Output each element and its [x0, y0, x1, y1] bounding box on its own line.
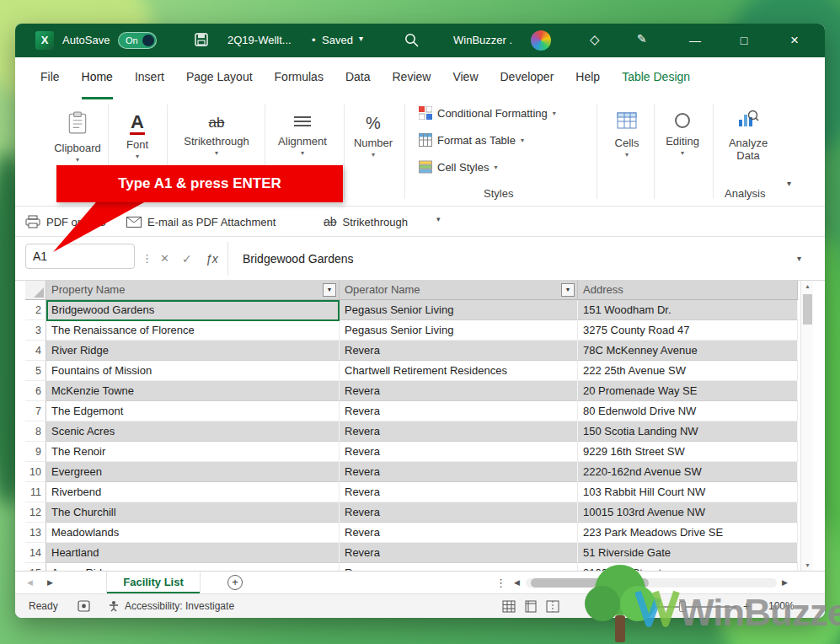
- cell-address[interactable]: 9229 16th Street SW: [578, 442, 798, 462]
- enter-check-icon[interactable]: ✓: [182, 237, 192, 281]
- view-page-layout-icon[interactable]: [524, 600, 538, 616]
- zoom-slider-knob[interactable]: [679, 601, 686, 612]
- new-sheet-button[interactable]: +: [227, 575, 243, 590]
- tab-developer[interactable]: Developer: [500, 57, 554, 99]
- cell-address[interactable]: 3275 County Road 47: [578, 320, 798, 341]
- header-address[interactable]: Address: [578, 281, 798, 300]
- cell-operator[interactable]: Revera: [340, 381, 578, 401]
- zoom-slider[interactable]: [637, 606, 736, 608]
- strikethrough-qat-button[interactable]: ab Strikethrough: [324, 207, 408, 237]
- cell-address[interactable]: 78C McKenney Avenue: [578, 341, 798, 361]
- cell-operator[interactable]: Revera: [340, 401, 578, 421]
- search-icon[interactable]: [404, 33, 419, 51]
- filter-button-property[interactable]: ▼: [323, 283, 336, 297]
- cell-operator[interactable]: Revera: [340, 543, 578, 563]
- tab-page-layout[interactable]: Page Layout: [186, 57, 253, 99]
- cell-operator[interactable]: Chartwell Retirement Residences: [340, 361, 578, 381]
- editing-group-button[interactable]: Editing ▾: [657, 113, 708, 157]
- row-number[interactable]: 10: [25, 462, 46, 482]
- scroll-down-icon[interactable]: ▼: [801, 562, 813, 568]
- macro-record-icon[interactable]: [78, 600, 90, 615]
- cell-operator[interactable]: Revera: [340, 482, 578, 502]
- row-number[interactable]: 7: [25, 401, 46, 421]
- sheet-tab-facility-list[interactable]: Facility List: [106, 572, 201, 594]
- row-number[interactable]: 3: [25, 320, 46, 341]
- strikethrough-group-button[interactable]: ab Strikethrough ▾: [172, 115, 261, 157]
- vertical-scrollbar[interactable]: ▲ ▼: [800, 281, 813, 571]
- email-pdf-button[interactable]: E-mail as PDF Attachment: [126, 207, 276, 237]
- hscroll-right-icon[interactable]: ▶: [782, 572, 788, 594]
- filter-button-operator[interactable]: ▼: [561, 283, 575, 297]
- cell-operator[interactable]: Revera: [340, 523, 578, 543]
- cell-property[interactable]: Bridgewood Gardens: [46, 300, 340, 320]
- cell-address[interactable]: 150 Scotia Landing NW: [578, 421, 798, 442]
- cell-property[interactable]: The Churchill: [46, 502, 340, 523]
- view-normal-icon[interactable]: [502, 600, 516, 616]
- cell-property[interactable]: Scenic Acres: [46, 421, 340, 442]
- zoom-in-button[interactable]: +: [743, 594, 750, 618]
- tab-data[interactable]: Data: [345, 57, 371, 99]
- analyze-data-button[interactable]: Analyze Data: [718, 108, 778, 162]
- namebox-handle-icon[interactable]: ⋮: [142, 237, 152, 281]
- cells-group-button[interactable]: Cells ▾: [603, 111, 650, 158]
- next-sheet-icon[interactable]: ▶: [47, 572, 53, 594]
- cancel-icon[interactable]: ✕: [160, 237, 169, 281]
- avatar[interactable]: [531, 30, 551, 51]
- saved-status[interactable]: Saved: [322, 34, 353, 46]
- close-button[interactable]: ×: [783, 29, 806, 52]
- document-title[interactable]: 2Q19-Wellt...: [227, 34, 292, 46]
- collapse-ribbon-icon[interactable]: ▾: [787, 179, 791, 188]
- cell-property[interactable]: Fountains of Mission: [46, 361, 340, 381]
- prev-sheet-icon[interactable]: ◀: [27, 572, 33, 594]
- cell-operator[interactable]: Revera: [340, 442, 578, 462]
- tab-help[interactable]: Help: [575, 57, 600, 99]
- tab-insert[interactable]: Insert: [135, 57, 164, 99]
- cell-address[interactable]: 2220-162nd Avenue SW: [578, 462, 798, 482]
- name-box[interactable]: A1: [25, 244, 135, 269]
- row-number[interactable]: 9: [25, 442, 46, 462]
- cell-address[interactable]: 222 25th Avenue SW: [578, 361, 798, 381]
- font-group-button[interactable]: A Font ▾: [113, 113, 162, 160]
- minimize-button[interactable]: —: [683, 29, 707, 52]
- zoom-level[interactable]: 100%: [768, 594, 795, 618]
- cell-operator[interactable]: Revera: [340, 563, 578, 571]
- maximize-button[interactable]: □: [732, 29, 756, 52]
- cell-address[interactable]: 51 Riverside Gate: [578, 543, 798, 563]
- diamond-icon[interactable]: ◇: [590, 32, 600, 47]
- row-number[interactable]: 13: [25, 523, 46, 543]
- row-number[interactable]: 5: [25, 361, 46, 381]
- alignment-group-button[interactable]: Alignment ▾: [270, 116, 335, 157]
- cell-property[interactable]: Aspen Rid: [46, 563, 340, 571]
- cell-property[interactable]: River Ridge: [46, 341, 340, 361]
- cell-address[interactable]: 10015 103rd Avenue NW: [578, 502, 798, 523]
- tab-view[interactable]: View: [452, 57, 478, 99]
- user-name[interactable]: WinBuzzer .: [453, 34, 512, 46]
- row-number[interactable]: 11: [25, 482, 46, 502]
- tab-home[interactable]: Home: [82, 57, 113, 99]
- cell-operator[interactable]: Revera: [340, 502, 578, 523]
- cell-operator[interactable]: Revera: [340, 462, 578, 482]
- cell-operator[interactable]: Pegasus Senior Living: [340, 300, 578, 320]
- conditional-formatting-button[interactable]: Conditional Formatting ▾: [419, 106, 556, 120]
- cell-property[interactable]: Riverbend: [46, 482, 340, 502]
- tab-table-design[interactable]: Table Design: [622, 57, 690, 99]
- autosave-toggle[interactable]: On: [118, 32, 157, 49]
- cell-address[interactable]: 20 Promenade Way SE: [578, 381, 798, 401]
- cell-property[interactable]: Heartland: [46, 543, 340, 563]
- scroll-up-icon[interactable]: ▲: [801, 283, 813, 289]
- cell-address[interactable]: 80 Edenwold Drive NW: [578, 401, 798, 421]
- accessibility-icon[interactable]: [108, 600, 120, 615]
- format-as-table-button[interactable]: Format as Table ▾: [419, 133, 524, 147]
- cell-property[interactable]: The Renaissance of Florence: [46, 320, 340, 341]
- cell-address[interactable]: 151 Woodham Dr.: [578, 300, 798, 320]
- view-page-break-icon[interactable]: [546, 600, 559, 616]
- hscroll-left-icon[interactable]: ◀: [514, 572, 520, 594]
- row-number[interactable]: 14: [25, 543, 46, 563]
- accessibility-status[interactable]: Accessibility: Investigate: [125, 594, 234, 618]
- clipboard-group-button[interactable]: Clipboard ▾: [45, 111, 110, 164]
- cell-operator[interactable]: Pegasus Senior Living: [340, 320, 578, 341]
- number-group-button[interactable]: % Number ▾: [349, 113, 398, 158]
- formula-expand-icon[interactable]: ▾: [797, 237, 801, 281]
- vertical-scroll-thumb[interactable]: [803, 294, 812, 325]
- cell-address[interactable]: 103 Rabbit Hill Court NW: [578, 482, 798, 502]
